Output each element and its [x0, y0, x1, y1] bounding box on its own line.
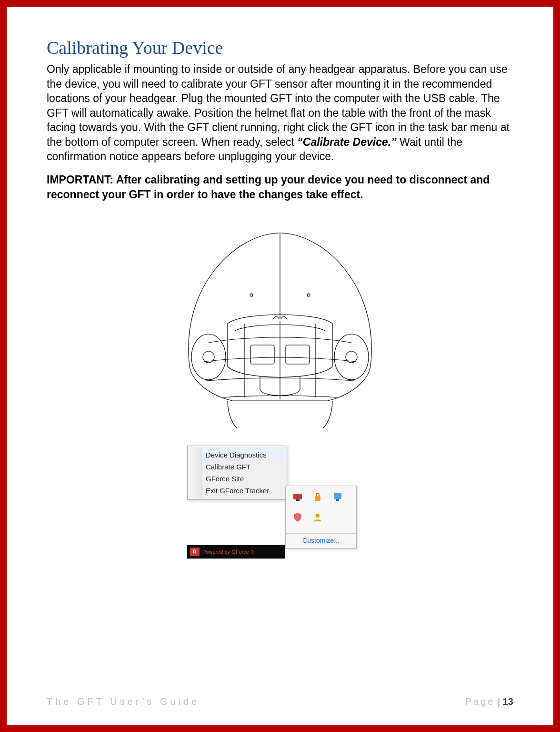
gft-taskbar-icon[interactable]: G [190, 548, 200, 556]
tray-screenshot: Device Diagnostics Calibrate GFT GForce … [187, 446, 373, 559]
svg-point-17 [316, 514, 320, 518]
menu-item-device-diagnostics[interactable]: Device Diagnostics [202, 449, 286, 461]
calibration-paragraph: Only applicable if mounting to inside or… [47, 62, 513, 164]
helmet-diagram [156, 224, 404, 433]
section-heading: Calibrating Your Device [47, 37, 513, 58]
menu-gutter [189, 448, 202, 498]
calibrate-device-label: “Calibrate Device.” [297, 136, 396, 148]
shield-tray-icon[interactable] [292, 512, 303, 522]
page: Calibrating Your Device Only applicable … [0, 0, 560, 732]
footer-page-number: 13 [503, 696, 513, 707]
svg-rect-13 [296, 499, 300, 501]
important-note: IMPORTANT: After calibrating and setting… [47, 173, 513, 202]
svg-rect-15 [334, 493, 341, 499]
network-tray-icon[interactable] [332, 492, 343, 502]
helmet-svg [156, 224, 404, 433]
svg-rect-12 [293, 494, 302, 499]
gft-tray-icon[interactable] [292, 492, 303, 502]
security-tray-icon[interactable] [312, 492, 323, 502]
menu-item-calibrate-gft[interactable]: Calibrate GFT [202, 461, 286, 473]
figures: Device Diagnostics Calibrate GFT GForce … [47, 224, 513, 711]
powered-by-label: Powered by GForce Tr [202, 549, 255, 555]
menu-item-exit-gforce-tracker[interactable]: Exit GForce Tracker [202, 485, 286, 497]
page-footer: The GFT User’s Guide Page | 13 [47, 696, 513, 707]
svg-rect-16 [336, 499, 339, 501]
footer-page-word: Page [465, 696, 495, 707]
svg-point-1 [250, 294, 253, 296]
tray-overflow-popup: Customize... [285, 486, 357, 549]
svg-rect-11 [286, 345, 310, 364]
svg-rect-14 [315, 496, 320, 501]
important-tail: . [360, 188, 363, 201]
taskbar-strip: G Powered by GForce Tr [187, 545, 285, 559]
important-text: IMPORTANT: After calibrating and setting… [47, 173, 490, 201]
svg-point-2 [307, 294, 310, 296]
user-tray-icon[interactable] [312, 512, 323, 522]
svg-rect-10 [250, 345, 274, 364]
footer-sep: | [495, 696, 502, 707]
context-menu: Device Diagnostics Calibrate GFT GForce … [187, 446, 287, 500]
footer-title: The GFT User’s Guide [47, 696, 200, 707]
customize-link[interactable]: Customize... [286, 533, 356, 548]
menu-item-gforce-site[interactable]: GForce Site [202, 473, 286, 485]
